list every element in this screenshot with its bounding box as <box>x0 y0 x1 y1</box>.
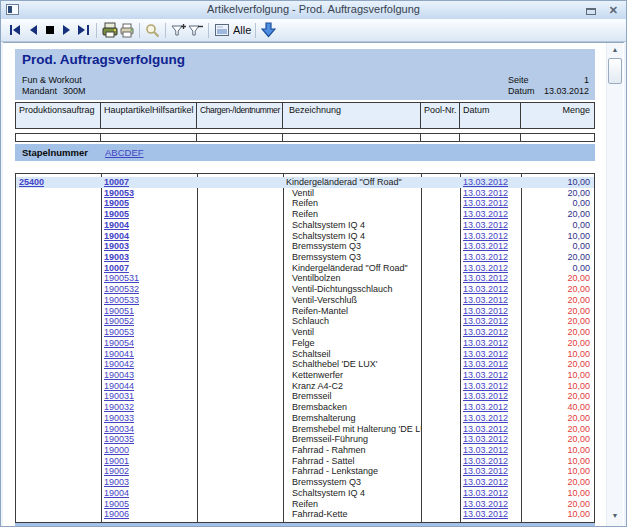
artikel-link[interactable]: 10007 <box>104 263 129 273</box>
datum-link[interactable]: 13.03.2012 <box>463 466 508 476</box>
artikel-link[interactable]: 190044 <box>104 381 134 391</box>
datum-link[interactable]: 13.03.2012 <box>463 252 508 262</box>
datum-link[interactable]: 13.03.2012 <box>463 456 508 466</box>
artikel-link[interactable]: 190043 <box>104 370 134 380</box>
artikel-link[interactable]: 19003 <box>104 477 129 487</box>
stop-button[interactable] <box>41 21 58 39</box>
produktionsauftrag-link[interactable]: 25400 <box>19 177 44 187</box>
datum-link[interactable]: 13.03.2012 <box>463 424 508 434</box>
artikel-link[interactable]: 190035 <box>104 434 134 444</box>
artikel-link[interactable]: 1900533 <box>104 295 139 305</box>
artikel-link[interactable]: 190034 <box>104 424 134 434</box>
close-icon[interactable]: ✕ <box>609 4 618 16</box>
artikel-link[interactable]: 19004 <box>104 488 129 498</box>
artikel-link[interactable]: 19004 <box>104 220 129 230</box>
artikel-link[interactable]: 190033 <box>104 413 134 423</box>
artikel-link[interactable]: 1900531 <box>104 273 139 283</box>
mandant-label: Mandant <box>22 86 57 96</box>
datum-link[interactable]: 13.03.2012 <box>463 188 508 198</box>
artikel-link[interactable]: 19003 <box>104 252 129 262</box>
datum-link[interactable]: 13.03.2012 <box>463 349 508 359</box>
datum-link[interactable]: 13.03.2012 <box>463 263 508 273</box>
table-row: 190041Schaltseil13.03.201210,00 <box>16 349 594 360</box>
datum-link[interactable]: 13.03.2012 <box>463 509 508 519</box>
table-row: 190054Felge13.03.201220,00 <box>16 338 594 349</box>
datum-link[interactable]: 13.03.2012 <box>463 370 508 380</box>
artikel-link[interactable]: 190053 <box>104 188 134 198</box>
datum-link[interactable]: 13.03.2012 <box>463 499 508 509</box>
artikel-link[interactable]: 19002 <box>104 466 129 476</box>
datum-link[interactable]: 13.03.2012 <box>463 209 508 219</box>
artikel-link[interactable]: 190053 <box>104 327 134 337</box>
datum-link[interactable]: 13.03.2012 <box>463 231 508 241</box>
stapelnummer-link[interactable]: ABCDEF <box>105 147 144 158</box>
artikel-link[interactable]: 19005 <box>104 198 129 208</box>
printer-button[interactable] <box>118 21 135 39</box>
datum-link[interactable]: 13.03.2012 <box>463 306 508 316</box>
table-row: 19003Bremssystem Q313.03.201220,00 <box>16 252 594 263</box>
datum-link[interactable]: 13.03.2012 <box>463 177 508 187</box>
menge-value: 10,00 <box>567 456 590 466</box>
datum-link[interactable]: 13.03.2012 <box>463 488 508 498</box>
minimize-icon[interactable] <box>586 8 596 15</box>
datum-link[interactable]: 13.03.2012 <box>463 434 508 444</box>
menge-value: 20,00 <box>567 477 590 487</box>
artikel-link[interactable]: 19006 <box>104 509 129 519</box>
datum-link[interactable]: 13.03.2012 <box>463 477 508 487</box>
artikel-link[interactable]: 10007 <box>104 177 129 187</box>
datum-link[interactable]: 13.03.2012 <box>463 338 508 348</box>
vertical-scrollbar[interactable]: ▲ ▼ <box>606 43 623 526</box>
first-page-button[interactable] <box>7 21 24 39</box>
artikel-link[interactable]: 190032 <box>104 402 134 412</box>
next-page-button[interactable] <box>58 21 75 39</box>
preview-all-button[interactable] <box>213 21 230 39</box>
artikel-link[interactable]: 190041 <box>104 349 134 359</box>
alle-label[interactable]: Alle <box>233 24 251 36</box>
toolbar-separator <box>96 23 97 38</box>
datum-link[interactable]: 13.03.2012 <box>463 359 508 369</box>
artikel-link[interactable]: 19000 <box>104 445 129 455</box>
artikel-link[interactable]: 19005 <box>104 209 129 219</box>
datum-link[interactable]: 13.03.2012 <box>463 273 508 283</box>
last-page-button[interactable] <box>75 21 92 39</box>
artikel-link[interactable]: 19004 <box>104 231 129 241</box>
artikel-link[interactable]: 19003 <box>104 241 129 251</box>
menge-value: 20,00 <box>567 273 590 283</box>
artikel-link[interactable]: 19001 <box>104 456 129 466</box>
table-row: 19004Schaltsystem IQ 413.03.201210,00 <box>16 488 594 499</box>
artikel-link[interactable]: 190042 <box>104 359 134 369</box>
artikel-link[interactable]: 190051 <box>104 306 134 316</box>
zoom-button[interactable] <box>144 21 161 39</box>
print-report-button[interactable] <box>101 21 118 39</box>
artikel-link[interactable]: 190052 <box>104 316 134 326</box>
menge-value: 10,00 <box>567 509 590 519</box>
scroll-up-icon[interactable]: ▲ <box>607 43 623 56</box>
previous-page-button[interactable] <box>24 21 41 39</box>
datum-link[interactable]: 13.03.2012 <box>463 413 508 423</box>
datum-link[interactable]: 13.03.2012 <box>463 316 508 326</box>
datum-link[interactable]: 13.03.2012 <box>463 381 508 391</box>
datum-link[interactable]: 13.03.2012 <box>463 284 508 294</box>
datum-link[interactable]: 13.03.2012 <box>463 295 508 305</box>
application-window: Artikelverfolgung - Prod. Auftragsverfol… <box>0 0 627 527</box>
datum-link[interactable]: 13.03.2012 <box>463 327 508 337</box>
datum-link[interactable]: 13.03.2012 <box>463 402 508 412</box>
artikel-link[interactable]: 190031 <box>104 391 134 401</box>
filter-add-button[interactable] <box>170 21 187 39</box>
filter-remove-button[interactable] <box>187 21 204 39</box>
artikel-link[interactable]: 190054 <box>104 338 134 348</box>
table-row: 190053Ventil13.03.201220,00 <box>16 327 594 338</box>
table-row: 19003Bremssystem Q313.03.201220,00 <box>16 477 594 488</box>
artikel-link[interactable]: 19005 <box>104 499 129 509</box>
datum-link[interactable]: 13.03.2012 <box>463 220 508 230</box>
datum-link[interactable]: 13.03.2012 <box>463 445 508 455</box>
datum-link[interactable]: 13.03.2012 <box>463 241 508 251</box>
datum-link[interactable]: 13.03.2012 <box>463 198 508 208</box>
scroll-down-icon[interactable]: ▼ <box>607 512 623 519</box>
export-button[interactable] <box>260 21 277 39</box>
menge-value: 0,00 <box>572 220 590 230</box>
bezeichnung-text: Bremssystem Q3 <box>292 252 361 262</box>
artikel-link[interactable]: 1900532 <box>104 284 139 294</box>
datum-link[interactable]: 13.03.2012 <box>463 391 508 401</box>
scrollbar-thumb[interactable] <box>608 58 622 84</box>
